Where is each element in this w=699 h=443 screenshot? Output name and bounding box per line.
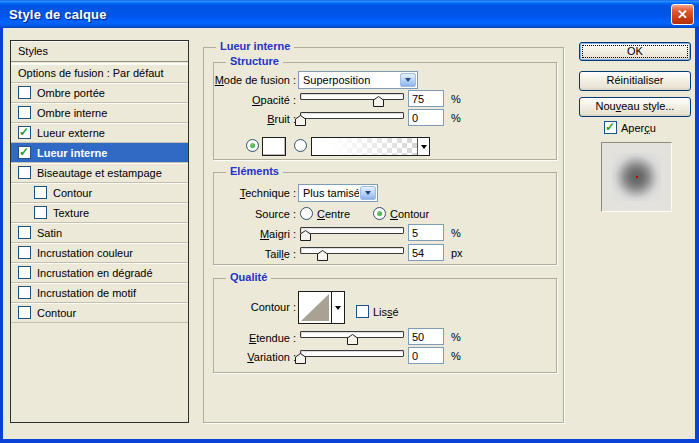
antialias-checkbox[interactable]: ✓ (356, 305, 369, 318)
preview-checkbox[interactable]: ✓ (604, 121, 617, 134)
sidebar-item-label: Contour (37, 307, 76, 319)
style-checkbox[interactable]: ✓ (34, 206, 47, 219)
sidebar-item[interactable]: ✓Texture (11, 203, 188, 223)
styles-sidebar: Styles Options de fusion : Par défaut ✓O… (10, 40, 189, 423)
style-checkbox[interactable]: ✓ (18, 246, 31, 259)
noise-unit: % (451, 112, 461, 124)
noise-slider[interactable] (300, 111, 404, 126)
glow-preview-image (612, 153, 661, 201)
jitter-slider[interactable] (300, 349, 404, 364)
sidebar-item[interactable]: ✓Contour (11, 183, 188, 203)
style-checkbox[interactable]: ✓ (18, 226, 31, 239)
style-checkbox[interactable]: ✓ (18, 306, 31, 319)
range-unit: % (451, 331, 461, 343)
slider-track[interactable] (300, 227, 404, 234)
slider-thumb[interactable] (300, 230, 311, 241)
style-checkbox[interactable]: ✓ (18, 146, 31, 159)
sidebar-item-blending-options[interactable]: Options de fusion : Par défaut (11, 63, 188, 83)
choke-input[interactable]: 5 (408, 224, 444, 241)
new-style-button[interactable]: Nouveau style... (579, 97, 691, 117)
source-center-radio[interactable] (300, 207, 313, 220)
style-checkbox[interactable]: ✓ (18, 86, 31, 99)
sidebar-item-label: Lueur interne (37, 147, 107, 159)
sidebar-item-label: Ombre portée (37, 87, 105, 99)
ok-button[interactable]: OK (579, 42, 691, 61)
sidebar-item[interactable]: ✓Lueur interne (11, 143, 188, 163)
sidebar-item[interactable]: ✓Lueur externe (11, 123, 188, 143)
slider-thumb[interactable] (295, 115, 306, 126)
jitter-unit: % (451, 350, 461, 362)
size-slider[interactable] (300, 246, 404, 261)
sidebar-item[interactable]: ✓Biseautage et estampage (11, 163, 188, 183)
opacity-unit: % (451, 93, 461, 105)
sidebar-item[interactable]: ✓Incrustation couleur (11, 243, 188, 263)
preview-label: Aperçu (621, 122, 656, 134)
contour-dropdown-icon[interactable] (332, 291, 345, 324)
slider-track[interactable] (300, 112, 404, 119)
style-checkbox[interactable]: ✓ (18, 106, 31, 119)
size-input[interactable]: 54 (408, 244, 444, 261)
blend-mode-select[interactable]: Superposition (298, 71, 418, 89)
slider-track[interactable] (300, 247, 404, 254)
sidebar-item[interactable]: ✓Incrustation de motif (11, 283, 188, 303)
opacity-label: Opacité : (203, 94, 296, 106)
slider-thumb[interactable] (317, 250, 328, 261)
opacity-input[interactable]: 75 (408, 90, 444, 107)
range-label: Etendue : (203, 332, 296, 344)
choke-slider[interactable] (300, 226, 404, 241)
style-checkbox[interactable]: ✓ (18, 126, 31, 139)
sidebar-item[interactable]: ✓Satin (11, 223, 188, 243)
sidebar-item[interactable]: ✓Contour (11, 303, 188, 323)
reset-button[interactable]: Réinitialiser (579, 71, 691, 91)
style-checkbox[interactable]: ✓ (18, 166, 31, 179)
style-checkbox[interactable]: ✓ (18, 286, 31, 299)
source-edge-radio[interactable] (373, 207, 386, 220)
sidebar-list: ✓Ombre portée✓Ombre interne✓Lueur extern… (11, 83, 188, 323)
glow-color-swatch[interactable] (262, 137, 286, 156)
noise-input[interactable]: 0 (408, 109, 444, 126)
opacity-slider[interactable] (300, 92, 404, 107)
sidebar-item[interactable]: ✓Ombre interne (11, 103, 188, 123)
slider-track[interactable] (300, 93, 404, 100)
style-checkbox[interactable]: ✓ (34, 186, 47, 199)
technique-select[interactable]: Plus tamisée (298, 184, 378, 202)
noise-label: Bruit : (203, 113, 296, 125)
gradient-dropdown-icon[interactable] (417, 138, 429, 155)
window-title: Style de calque (9, 7, 107, 22)
blend-mode-value: Superposition (299, 72, 399, 88)
jitter-input[interactable]: 0 (408, 347, 444, 364)
slider-thumb[interactable] (373, 96, 384, 107)
slider-thumb[interactable] (347, 334, 358, 345)
sidebar-item[interactable]: ✓Incrustation en dégradé (11, 263, 188, 283)
contour-label: Contour : (203, 301, 296, 313)
gradient-radio[interactable] (294, 139, 307, 152)
range-input[interactable]: 50 (408, 328, 444, 345)
sidebar-item-label: Incrustation couleur (37, 247, 133, 259)
sidebar-item-label: Lueur externe (37, 127, 105, 139)
preview-thumbnail (601, 142, 672, 212)
source-label: Source : (203, 208, 296, 220)
choke-label: Maigri : (203, 228, 296, 240)
sidebar-item[interactable]: ✓Ombre portée (11, 83, 188, 103)
technique-value: Plus tamisée (299, 185, 359, 201)
chevron-down-icon[interactable] (400, 73, 416, 87)
gradient-swatch[interactable] (311, 137, 430, 156)
slider-thumb[interactable] (295, 353, 306, 364)
source-center-label: Centre (317, 208, 350, 220)
sidebar-header-styles[interactable]: Styles (11, 41, 188, 62)
contour-picker[interactable] (298, 291, 332, 324)
titlebar[interactable]: Style de calque ✕ (0, 0, 699, 28)
source-edge-label: Contour (390, 208, 429, 220)
chevron-down-icon[interactable] (360, 186, 376, 200)
color-radio[interactable] (246, 139, 259, 152)
structure-legend: Structure (226, 55, 283, 67)
range-slider[interactable] (300, 330, 404, 345)
contour-shape-icon (301, 294, 329, 321)
close-button[interactable]: ✕ (671, 4, 694, 25)
choke-unit: % (451, 227, 461, 239)
slider-track[interactable] (300, 350, 404, 357)
sidebar-item-label: Ombre interne (37, 107, 107, 119)
jitter-label: Variation : (203, 351, 296, 363)
sidebar-item-label: Incrustation en dégradé (37, 267, 153, 279)
style-checkbox[interactable]: ✓ (18, 266, 31, 279)
